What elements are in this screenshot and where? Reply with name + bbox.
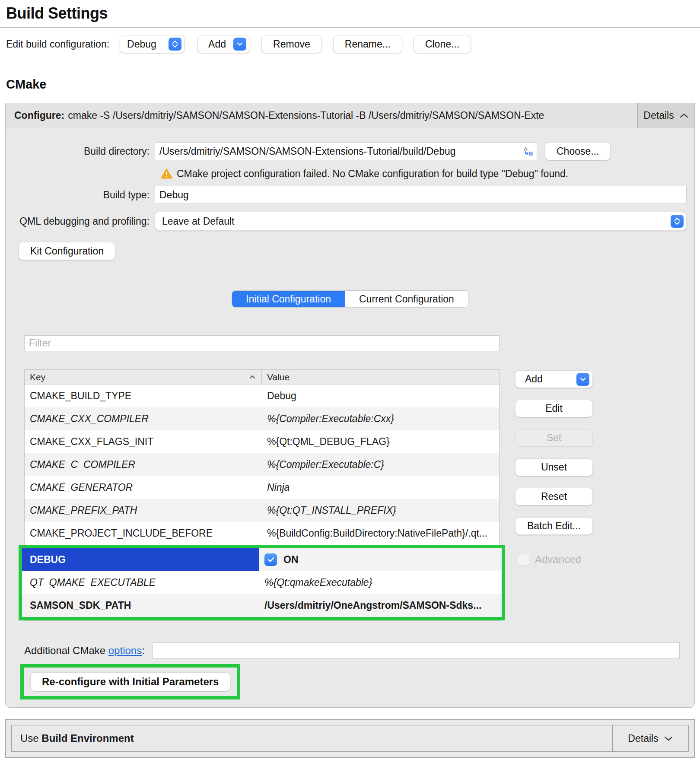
- warning-icon: [161, 168, 172, 179]
- row-value: %{BuildConfig:BuildDirectory:NativeFileP…: [262, 522, 499, 545]
- checked-checkbox-icon[interactable]: [264, 553, 277, 566]
- column-header-key[interactable]: Key: [25, 370, 262, 384]
- build-directory-label: Build directory:: [14, 146, 155, 157]
- edit-button[interactable]: Edit: [515, 400, 593, 417]
- table-row[interactable]: CMAKE_PREFIX_PATH %{Qt:QT_INSTALL_PREFIX…: [25, 499, 499, 522]
- row-value: %{Compiler:Executable:Cxx}: [262, 407, 499, 430]
- unset-button[interactable]: Unset: [515, 458, 593, 476]
- configuration-tabs: Initial Configuration Current Configurat…: [232, 290, 468, 308]
- svg-text:B: B: [529, 150, 533, 157]
- highlight-box: DEBUG ON QT_QMAKE_EXECUTABLE %{Qt:qmakeE…: [19, 545, 505, 620]
- page-header: Build Settings: [0, 0, 700, 28]
- chevron-up-icon: [679, 113, 689, 118]
- table-row[interactable]: CMAKE_GENERATOR Ninja: [25, 476, 499, 499]
- build-configuration-value: Debug: [127, 38, 169, 50]
- advanced-checkbox[interactable]: [518, 554, 529, 566]
- cmake-warning: CMake project configuration failed. No C…: [161, 168, 694, 180]
- details-collapse-button[interactable]: Details: [637, 103, 694, 128]
- insert-variable-icon[interactable]: A B: [522, 146, 534, 157]
- build-configuration-toolbar: Edit build configuration: Debug Add Remo…: [6, 35, 700, 53]
- advanced-label: Advanced: [535, 553, 581, 566]
- table-row[interactable]: CMAKE_C_COMPILER %{Compiler:Executable:C…: [25, 453, 499, 476]
- remove-configuration-button[interactable]: Remove: [261, 35, 322, 53]
- additional-options-input[interactable]: [153, 642, 680, 659]
- build-environment-label: Use Build Environment: [12, 732, 612, 744]
- additional-options-row: Additional CMake options:: [24, 642, 687, 659]
- table-actions-column: Add Edit Set Unset Reset Batch Edit... A…: [515, 370, 593, 566]
- configure-label: Configure:: [14, 110, 64, 121]
- configure-header: Configure: cmake -S /Users/dmitriy/SAMSO…: [6, 103, 694, 128]
- configure-command: cmake -S /Users/dmitriy/SAMSON/SAMSON-Ex…: [68, 110, 544, 121]
- table-row[interactable]: DEBUG ON: [22, 548, 502, 571]
- stepper-icon: [169, 38, 181, 51]
- choose-directory-button[interactable]: Choose...: [545, 142, 611, 160]
- options-link[interactable]: options: [108, 645, 142, 656]
- row-key: CMAKE_PROJECT_INCLUDE_BEFORE: [25, 522, 262, 545]
- build-type-input[interactable]: [155, 186, 687, 204]
- cmake-section-title: CMake: [6, 77, 700, 92]
- row-value: Ninja: [262, 476, 499, 499]
- qml-debugging-select[interactable]: Leave at Default: [155, 212, 687, 231]
- row-key: CMAKE_C_COMPILER: [25, 453, 262, 476]
- table-row[interactable]: CMAKE_PROJECT_INCLUDE_BEFORE %{BuildConf…: [25, 522, 499, 545]
- reset-button[interactable]: Reset: [515, 488, 593, 505]
- table-row[interactable]: SAMSON_SDK_PATH /Users/dmitriy/OneAngstr…: [22, 594, 502, 617]
- build-directory-row: Build directory: A B Choose...: [14, 142, 687, 160]
- column-header-value[interactable]: Value: [262, 370, 499, 384]
- table-row[interactable]: CMAKE_BUILD_TYPE Debug: [25, 385, 499, 407]
- kit-configuration-button[interactable]: Kit Configuration: [19, 242, 115, 260]
- rename-configuration-button[interactable]: Rename...: [333, 35, 402, 53]
- row-key: CMAKE_BUILD_TYPE: [25, 385, 262, 407]
- row-key: CMAKE_GENERATOR: [25, 476, 262, 499]
- row-key: DEBUG: [22, 548, 259, 571]
- row-value: %{Compiler:Executable:C}: [262, 453, 499, 476]
- tab-current-configuration[interactable]: Current Configuration: [345, 291, 468, 307]
- build-configuration-select[interactable]: Debug: [120, 35, 185, 53]
- qml-debugging-label: QML debugging and profiling:: [14, 216, 155, 227]
- build-environment-section: Use Build Environment Details: [5, 719, 695, 758]
- filter-input[interactable]: [24, 335, 500, 351]
- tab-initial-configuration[interactable]: Initial Configuration: [232, 291, 345, 307]
- additional-options-label: Additional CMake options:: [24, 645, 145, 657]
- row-key: CMAKE_CXX_FLAGS_INIT: [25, 430, 262, 453]
- table-header[interactable]: Key Value: [25, 370, 499, 385]
- row-value: /Users/dmitriy/OneAngstrom/SAMSON-Sdks..…: [259, 594, 502, 617]
- cmake-variables-table: Key Value CMAKE_BUILD_TYPE Debug CMAKE_C…: [24, 369, 500, 621]
- sort-ascending-icon: [249, 375, 255, 379]
- stepper-icon: [671, 215, 684, 228]
- chevron-down-icon: [664, 736, 673, 741]
- chevron-down-icon: [233, 38, 246, 51]
- reconfigure-button[interactable]: Re-configure with Initial Parameters: [30, 672, 230, 691]
- batch-edit-button[interactable]: Batch Edit...: [515, 517, 593, 535]
- build-directory-input[interactable]: [155, 142, 537, 160]
- page-title: Build Settings: [6, 4, 700, 22]
- row-value: %{Qt:QML_DEBUG_FLAG}: [262, 430, 499, 453]
- chevron-down-icon: [576, 373, 589, 386]
- add-button[interactable]: Add: [515, 370, 593, 388]
- qml-debugging-value: Leave at Default: [162, 216, 671, 227]
- table-row[interactable]: QT_QMAKE_EXECUTABLE %{Qt:qmakeExecutable…: [22, 571, 502, 594]
- row-key: CMAKE_CXX_COMPILER: [25, 407, 262, 430]
- configure-command-line: Configure: cmake -S /Users/dmitriy/SAMSO…: [6, 103, 637, 128]
- row-value: Debug: [262, 385, 499, 407]
- table-row[interactable]: CMAKE_CXX_FLAGS_INIT %{Qt:QML_DEBUG_FLAG…: [25, 430, 499, 453]
- cmake-panel: Configure: cmake -S /Users/dmitriy/SAMSO…: [5, 103, 695, 708]
- edit-build-configuration-label: Edit build configuration:: [6, 38, 109, 50]
- build-type-row: Build type:: [14, 186, 687, 204]
- row-key: SAMSON_SDK_PATH: [22, 594, 259, 617]
- set-button: Set: [515, 429, 593, 447]
- row-key: CMAKE_PREFIX_PATH: [25, 499, 262, 522]
- row-value: ON: [259, 548, 502, 571]
- row-value: %{Qt:qmakeExecutable}: [259, 571, 502, 594]
- clone-configuration-button[interactable]: Clone...: [414, 35, 471, 53]
- highlight-box: Re-configure with Initial Parameters: [20, 664, 240, 699]
- build-type-label: Build type:: [14, 189, 155, 201]
- add-configuration-button[interactable]: Add: [197, 35, 250, 53]
- warning-text: CMake project configuration failed. No C…: [177, 168, 568, 180]
- table-row[interactable]: CMAKE_CXX_COMPILER %{Compiler:Executable…: [25, 407, 499, 430]
- environment-details-button[interactable]: Details: [612, 725, 688, 751]
- row-key: QT_QMAKE_EXECUTABLE: [22, 571, 259, 594]
- row-value: %{Qt:QT_INSTALL_PREFIX}: [262, 499, 499, 522]
- qml-debugging-row: QML debugging and profiling: Leave at De…: [14, 212, 687, 231]
- advanced-row: Advanced: [515, 553, 593, 566]
